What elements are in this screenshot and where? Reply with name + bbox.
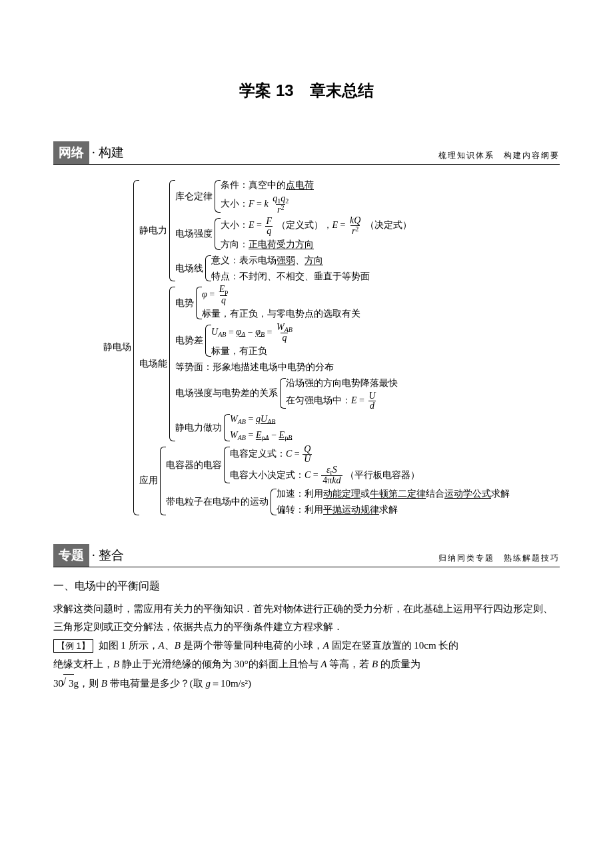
particle-deflect: 偏转：利用平抛运动规律求解 — [277, 503, 510, 517]
page-title: 学案 13 章末总结 — [53, 80, 560, 101]
coulomb-magnitude: 大小：F = k q1q2r2 — [221, 194, 314, 215]
capacitance-det: 电容大小决定式：C = εrS4πkd （平行板电容器） — [230, 465, 420, 486]
node-capacitance: 电容器的电容 — [166, 458, 222, 473]
node-application: 应用 — [139, 473, 158, 488]
section-box-network: 网络 — [53, 141, 89, 164]
node-potential-diff: 电势差 — [175, 333, 203, 348]
potential-formula: φ = Epq — [202, 285, 360, 305]
potential-diff-formula: UAB = φA − φB = WABq — [211, 323, 295, 343]
coulomb-condition: 条件：真空中的点电荷 — [221, 178, 314, 193]
section-right-topic: 归纳同类专题 熟练解题技巧 — [127, 553, 560, 567]
work-formula-1: WAB = qUAB — [230, 412, 292, 427]
node-e-intensity: 电场强度 — [175, 227, 213, 241]
field-lines-meaning: 意义：表示电场强弱、方向 — [211, 253, 370, 268]
field-lines-features: 特点：不封闭、不相交、垂直于等势面 — [211, 269, 370, 284]
equipotential-surface: 等势面：形象地描述电场中电势的分布 — [175, 360, 398, 375]
node-field-lines: 电场线 — [175, 261, 203, 276]
particle-accelerate: 加速：利用动能定理或牛顿第二定律结合运动学公式求解 — [277, 487, 510, 501]
node-field-energy: 电场能 — [139, 357, 167, 371]
example-1: 【例 1】 如图 1 所示，A、B 是两个带等量同种电荷的小球，A 固定在竖直放… — [53, 637, 560, 693]
e-intensity-direction: 方向：正电荷受力方向 — [221, 237, 412, 252]
node-work: 静电力做功 — [175, 421, 222, 435]
work-formula-2: WAB = EpA − EpB — [230, 428, 292, 443]
section-sub-network: · 构建 — [89, 141, 127, 164]
e-intensity-magnitude: 大小：E = Fq （定义式），E = kQr2 （决定式） — [221, 216, 412, 236]
section-right-network: 梳理知识体系 构建内容纲要 — [127, 150, 560, 164]
node-e-u-relation: 电场强度与电势差的关系 — [175, 386, 278, 401]
section-box-topic: 专题 — [53, 544, 89, 567]
section-topic-header: 专题 · 整合 归纳同类专题 熟练解题技巧 — [53, 544, 560, 567]
section-sub-topic: · 整合 — [89, 544, 127, 567]
topic-1-heading: 一、电场中的平衡问题 — [53, 579, 560, 593]
concept-tree: 静电场 静电力 库仑定律 — [53, 178, 560, 517]
root-label: 静电场 — [103, 340, 131, 355]
node-charged-particle: 带电粒子在电场中的运动 — [166, 495, 269, 509]
example-label: 【例 1】 — [53, 639, 93, 653]
potential-scalar: 标量，有正负，与零电势点的选取有关 — [202, 307, 360, 321]
potential-diff-scalar: 标量，有正负 — [211, 344, 295, 359]
e-u-line1: 沿场强的方向电势降落最快 — [286, 376, 398, 391]
node-potential: 电势 — [175, 296, 194, 311]
node-coulomb: 库仑定律 — [175, 189, 213, 204]
section-network-header: 网络 · 构建 梳理知识体系 构建内容纲要 — [53, 141, 560, 165]
node-jingdianli: 静电力 — [139, 223, 167, 238]
e-u-line2: 在匀强电场中：E = Ud — [286, 391, 398, 411]
capacitance-def: 电容定义式：C = QU — [230, 445, 420, 464]
topic-1-paragraph: 求解这类问题时，需应用有关力的平衡知识．首先对物体进行正确的受力分析，在此基础上… — [53, 600, 560, 637]
